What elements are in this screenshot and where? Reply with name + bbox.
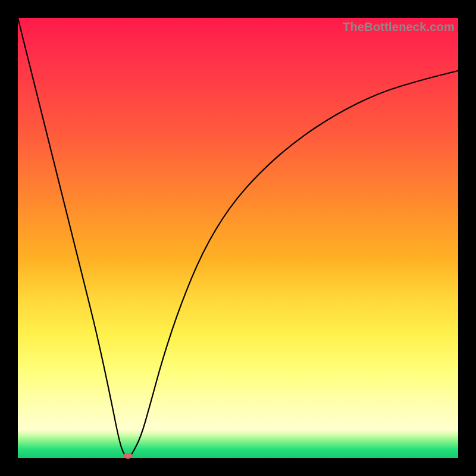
minimum-marker xyxy=(123,453,133,459)
curve-path xyxy=(18,18,458,457)
plot-area: TheBottleneck.com xyxy=(18,18,458,458)
chart-frame: TheBottleneck.com xyxy=(0,0,476,476)
bottleneck-curve xyxy=(18,18,458,458)
